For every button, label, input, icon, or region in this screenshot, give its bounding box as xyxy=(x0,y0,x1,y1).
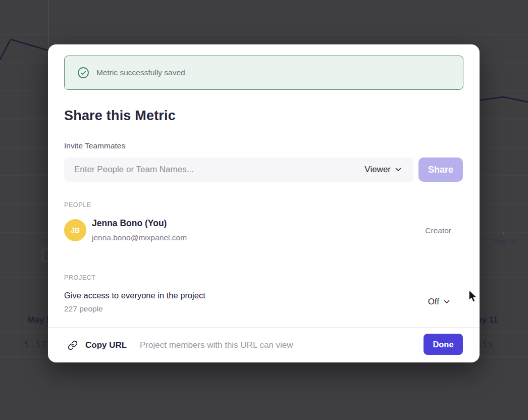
project-access-select[interactable]: Off xyxy=(428,297,450,307)
chevron-down-icon xyxy=(395,168,401,172)
share-metric-dialog: Metric successfully saved Share this Met… xyxy=(48,44,480,362)
role-select[interactable]: Viewer xyxy=(364,158,401,182)
table-header-left: May 5 xyxy=(28,315,51,324)
avatar-initials: JB xyxy=(71,226,80,234)
dialog-title: Share this Metric xyxy=(64,108,176,124)
success-banner: Metric successfully saved xyxy=(64,56,463,90)
screen: Ma May 26 May 5 May 11 5.57% 35% Metric … xyxy=(0,0,528,420)
copy-url-helper-text: Project members with this URL can view xyxy=(140,328,293,363)
link-icon xyxy=(68,340,78,350)
avatar: JB xyxy=(64,219,86,241)
copy-url-button[interactable]: Copy URL xyxy=(68,328,127,363)
line-series-right xyxy=(474,97,528,102)
member-name: Jenna Bono (You) xyxy=(92,218,167,229)
project-people-count: 227 people xyxy=(64,304,103,313)
done-button[interactable]: Done xyxy=(424,334,463,355)
project-access-value: Off xyxy=(428,297,439,307)
invite-input[interactable] xyxy=(64,158,413,182)
member-email: jenna.bono@mixpanel.com xyxy=(92,233,187,242)
copy-url-label: Copy URL xyxy=(85,340,127,350)
invite-teammates-label: Invite Teammates xyxy=(64,141,125,150)
chevron-down-icon xyxy=(444,300,450,304)
project-section-label: PROJECT xyxy=(64,274,96,281)
invite-input-wrap: Viewer xyxy=(64,158,413,182)
x-axis-label-right: May 26 xyxy=(493,237,515,245)
dialog-footer: Copy URL Project members with this URL c… xyxy=(48,327,480,363)
role-select-value: Viewer xyxy=(364,165,391,175)
member-role: Creator xyxy=(425,226,451,235)
share-button[interactable]: Share xyxy=(418,158,463,182)
project-access-title: Give access to everyone in the project xyxy=(64,291,205,300)
success-banner-text: Metric successfully saved xyxy=(96,68,185,77)
people-section-label: PEOPLE xyxy=(64,201,91,208)
check-circle-icon xyxy=(77,67,89,79)
